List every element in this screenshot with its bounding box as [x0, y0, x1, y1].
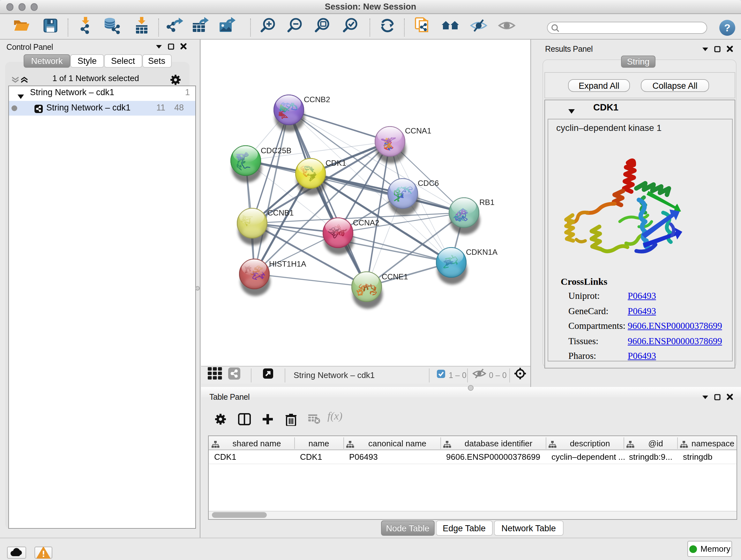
svg-text:CCNA2: CCNA2 [353, 219, 380, 227]
svg-text:CCNE1: CCNE1 [382, 272, 408, 281]
svg-text:CCNA1: CCNA1 [405, 126, 431, 135]
svg-text:CDC25B: CDC25B [261, 146, 291, 155]
svg-text:RB1: RB1 [479, 198, 494, 206]
svg-text:CDK1: CDK1 [326, 159, 346, 167]
svg-text:CCNB2: CCNB2 [304, 95, 330, 104]
svg-text:HIST1H1A: HIST1H1A [269, 260, 307, 268]
svg-text:CDKN1A: CDKN1A [466, 248, 498, 256]
svg-text:CDC6: CDC6 [418, 179, 439, 187]
svg-text:CCNB1: CCNB1 [267, 208, 294, 217]
